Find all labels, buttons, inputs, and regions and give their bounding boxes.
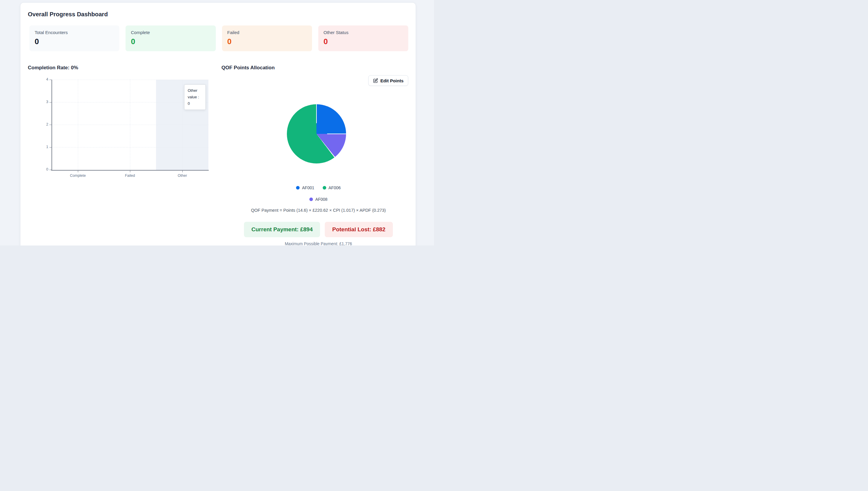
y-axis-line (52, 80, 52, 170)
pie-legend-row-2: AF008 (221, 197, 415, 202)
pie-chart[interactable] (287, 104, 346, 164)
y-axis-tick (50, 80, 52, 80)
gridline-horizontal (52, 147, 208, 147)
legend-item-af008: AF008 (309, 197, 327, 202)
edit-points-button[interactable]: Edit Points (368, 75, 408, 86)
x-tick-label: Other (164, 174, 200, 178)
tooltip-category: Other (188, 87, 202, 94)
y-axis-tick (50, 125, 52, 125)
chart-tooltip: Other value : 0 (184, 84, 206, 110)
gridline-horizontal (52, 125, 208, 125)
stat-card-other-status: Other Status 0 (318, 26, 408, 51)
qof-payment-formula: QOF Payment = Points (14.6) × £220.62 × … (221, 208, 415, 213)
pie-legend-row-1: AF001 AF006 (221, 185, 415, 190)
stat-value: 0 (324, 37, 403, 46)
stats-row: Total Encounters 0 Complete 0 Failed 0 O… (29, 26, 408, 51)
dashboard-page: Overall Progress Dashboard Total Encount… (0, 0, 434, 246)
legend-item-af006: AF006 (323, 185, 341, 190)
edit-points-label: Edit Points (381, 78, 403, 83)
qof-allocation-heading: QOF Points Allocation (221, 65, 275, 71)
legend-label: AF008 (315, 197, 327, 202)
y-axis-tick (50, 170, 52, 170)
x-axis-tick (182, 171, 183, 172)
stat-label: Failed (227, 30, 307, 35)
y-tick-label: 4 (38, 77, 48, 81)
gridline-horizontal (52, 80, 208, 80)
completion-rate-heading: Completion Rate: 0% (28, 65, 78, 71)
y-tick-label: 0 (38, 167, 48, 171)
max-payment-text: Maximum Possible Payment: £1,776 (221, 241, 415, 246)
y-tick-label: 3 (38, 100, 48, 104)
stat-card-complete: Complete 0 (125, 26, 215, 51)
overall-progress-card: Overall Progress Dashboard Total Encount… (20, 2, 416, 246)
tooltip-value: value : 0 (188, 94, 202, 107)
legend-dot-purple (309, 198, 313, 201)
page-title: Overall Progress Dashboard (28, 11, 108, 18)
y-axis-tick (50, 147, 52, 147)
y-axis-tick (50, 102, 52, 103)
y-tick-label: 1 (38, 145, 48, 149)
y-tick-label: 2 (38, 122, 48, 126)
stat-card-total-encounters: Total Encounters 0 (29, 26, 119, 51)
x-tick-label: Failed (112, 174, 148, 178)
potential-lost-badge: Potential Lost: £882 (325, 222, 393, 237)
legend-item-af001: AF001 (296, 185, 314, 190)
x-tick-label: Complete (60, 174, 96, 178)
legend-label: AF006 (329, 185, 341, 190)
legend-dot-blue (296, 186, 300, 190)
x-axis-tick (78, 171, 78, 172)
legend-label: AF001 (302, 185, 314, 190)
edit-pencil-icon (373, 78, 378, 83)
payment-row: Current Payment: £894 Potential Lost: £8… (221, 222, 415, 237)
legend-dot-green (323, 186, 326, 190)
current-payment-badge: Current Payment: £894 (244, 222, 320, 237)
stat-value: 0 (131, 37, 210, 46)
stat-label: Total Encounters (35, 30, 114, 35)
stat-label: Complete (131, 30, 210, 35)
stat-value: 0 (35, 37, 114, 46)
stat-card-failed: Failed 0 (222, 26, 312, 51)
stat-value: 0 (227, 37, 307, 46)
stat-label: Other Status (324, 30, 403, 35)
